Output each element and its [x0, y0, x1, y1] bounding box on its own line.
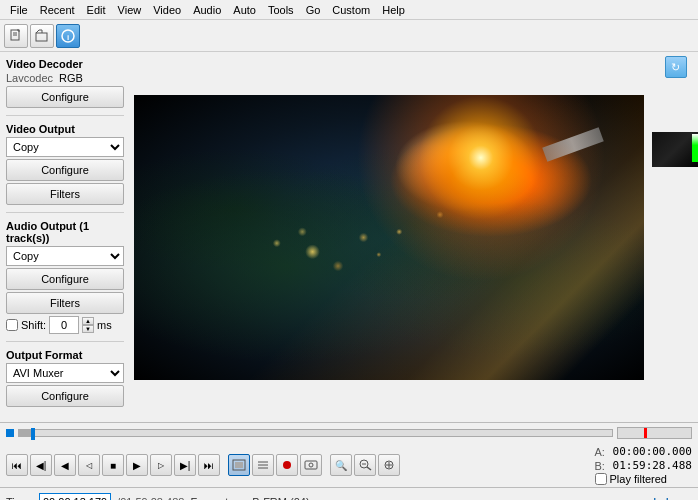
video-output-filters-btn[interactable]: Filters	[6, 183, 124, 205]
a-time-value: 00:00:00.000	[613, 445, 692, 458]
timeline-start-marker[interactable]	[6, 429, 14, 437]
current-time-input[interactable]	[39, 493, 111, 501]
extra-btn[interactable]	[378, 454, 400, 476]
timeline-track[interactable]	[18, 429, 613, 437]
video-frame	[134, 95, 644, 380]
menu-tools[interactable]: Tools	[262, 2, 300, 18]
info-button[interactable]: i	[56, 24, 80, 48]
timeline-progress	[19, 430, 31, 436]
play-filtered-label: Play filtered	[610, 473, 667, 485]
divider-1	[6, 115, 124, 116]
output-format-section: Output Format AVI Muxer MKV Muxer MP4 Mu…	[6, 349, 124, 407]
menubar: File Recent Edit View Video Audio Auto T…	[0, 0, 698, 20]
audio-output-title: Audio Output (1 track(s))	[6, 220, 124, 244]
audio-output-select-row: Copy Encode None	[6, 246, 124, 266]
video-output-select[interactable]: Copy Encode None	[6, 137, 124, 157]
video-preview	[134, 95, 644, 380]
lavcodec-label: Lavcodec	[6, 72, 53, 84]
left-panel: Video Decoder Lavcodec RGB Configure Vid…	[0, 52, 130, 422]
menu-go[interactable]: Go	[300, 2, 327, 18]
video-decoder-configure-btn[interactable]: Configure	[6, 86, 124, 108]
output-format-select[interactable]: AVI Muxer MKV Muxer MP4 Muxer	[6, 363, 124, 383]
timeline-container	[0, 423, 698, 443]
menu-edit[interactable]: Edit	[81, 2, 112, 18]
mini-preview	[652, 132, 699, 167]
open-button[interactable]	[30, 24, 54, 48]
output-format-configure-btn[interactable]: Configure	[6, 385, 124, 407]
menu-recent[interactable]: Recent	[34, 2, 81, 18]
audio-output-filters-btn[interactable]: Filters	[6, 292, 124, 314]
fast-forward-btn[interactable]: ▷	[150, 454, 172, 476]
refresh-button[interactable]: ↻	[665, 56, 687, 78]
shift-label: Shift:	[21, 319, 46, 331]
video-decoder-title: Video Decoder	[6, 58, 124, 70]
forward-to-end-btn[interactable]: ⏭	[198, 454, 220, 476]
audio-output-configure-btn[interactable]: Configure	[6, 268, 124, 290]
time-separator: /01:59:28.488	[117, 496, 184, 501]
play-filtered-row: Play filtered	[595, 473, 692, 485]
svg-point-13	[309, 463, 313, 467]
divider-2	[6, 212, 124, 213]
status-bar: Time: /01:59:28.488 Frame type: B-FRM (0…	[0, 487, 698, 500]
play-backward-btn[interactable]: ◁	[78, 454, 100, 476]
right-info-panel: A: 00:00:00.000 B: 01:59:28.488 Play fil…	[595, 445, 692, 485]
shift-unit: ms	[97, 319, 112, 331]
menu-file[interactable]: File	[4, 2, 34, 18]
a-label: A:	[595, 446, 609, 458]
output-format-select-row: AVI Muxer MKV Muxer MP4 Muxer	[6, 363, 124, 383]
rewind-to-start-btn[interactable]: ⏮	[6, 454, 28, 476]
video-output-title: Video Output	[6, 123, 124, 135]
ab-track-container	[617, 427, 692, 439]
zoom-in-btn[interactable]: 🔍	[330, 454, 352, 476]
ab-track[interactable]	[617, 427, 692, 439]
menu-view[interactable]: View	[112, 2, 148, 18]
shift-down-btn[interactable]: ▼	[82, 325, 94, 333]
frame-type-info: Frame type: B-FRM (04)	[190, 496, 309, 501]
video-output-configure-btn[interactable]: Configure	[6, 159, 124, 181]
frame-mode-btn[interactable]	[228, 454, 250, 476]
shift-input[interactable]	[49, 316, 79, 334]
svg-rect-12	[305, 461, 317, 469]
screenshot-mode-btn[interactable]	[300, 454, 322, 476]
play-filtered-checkbox[interactable]	[595, 473, 607, 485]
svg-rect-3	[36, 33, 47, 41]
prev-keyframe-btn[interactable]: ◀|	[30, 454, 52, 476]
lavcodec-value: RGB	[59, 72, 83, 84]
svg-text:i: i	[67, 32, 69, 41]
audio-output-select[interactable]: Copy Encode None	[6, 246, 124, 266]
ab-slider	[644, 428, 647, 438]
output-format-title: Output Format	[6, 349, 124, 361]
video-area	[130, 52, 648, 422]
right-mini-panel: ↻	[648, 52, 698, 422]
shift-row: Shift: ▲ ▼ ms	[6, 316, 124, 334]
stop-btn[interactable]: ■	[102, 454, 124, 476]
menu-help[interactable]: Help	[376, 2, 411, 18]
a-time-row: A: 00:00:00.000	[595, 445, 692, 458]
toolbar: i	[0, 20, 698, 52]
prev-frame-btn[interactable]: ◀	[54, 454, 76, 476]
menu-auto[interactable]: Auto	[227, 2, 262, 18]
branding-logo: wsdesk.com	[638, 497, 692, 501]
b-time-value: 01:59:28.488	[613, 459, 692, 472]
next-frame-btn[interactable]: ▶|	[174, 454, 196, 476]
svg-rect-7	[235, 462, 243, 468]
menu-video[interactable]: Video	[147, 2, 187, 18]
video-decoder-section: Video Decoder Lavcodec RGB Configure	[6, 58, 124, 108]
record-mode-btn[interactable]	[276, 454, 298, 476]
new-button[interactable]	[4, 24, 28, 48]
play-forward-btn[interactable]: ▶	[126, 454, 148, 476]
b-label: B:	[595, 460, 609, 472]
menu-audio[interactable]: Audio	[187, 2, 227, 18]
audio-output-section: Audio Output (1 track(s)) Copy Encode No…	[6, 220, 124, 334]
shift-checkbox[interactable]	[6, 319, 18, 331]
shift-up-btn[interactable]: ▲	[82, 317, 94, 325]
menu-custom[interactable]: Custom	[326, 2, 376, 18]
svg-line-15	[367, 467, 371, 470]
controls-container: ⏮ ◀| ◀ ◁ ■ ▶ ▷ ▶| ⏭ 🔍	[0, 443, 698, 487]
bottom-section: ⏮ ◀| ◀ ◁ ■ ▶ ▷ ▶| ⏭ 🔍	[0, 422, 698, 500]
mini-green-bar	[692, 134, 698, 162]
zoom-out-btn[interactable]	[354, 454, 376, 476]
timeline-thumb[interactable]	[31, 428, 35, 440]
list-mode-btn[interactable]	[252, 454, 274, 476]
svg-point-11	[283, 461, 291, 469]
